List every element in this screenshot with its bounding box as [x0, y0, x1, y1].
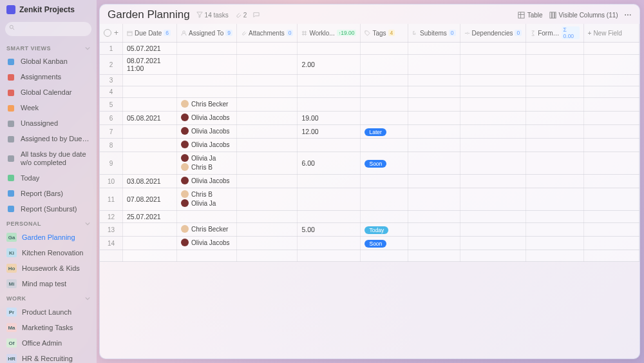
cell-new[interactable] — [583, 139, 639, 152]
cell-workload[interactable]: 5.00 — [298, 223, 361, 237]
col-subitems[interactable]: Subitems0 — [408, 24, 460, 43]
cell-dependencies[interactable] — [460, 43, 526, 55]
cell-workload[interactable] — [298, 237, 361, 250]
cell-subitems[interactable] — [408, 86, 460, 98]
smart-view-item[interactable]: Report (Sunburst) — [0, 201, 97, 217]
cell-tags[interactable] — [361, 112, 408, 125]
smart-view-item[interactable]: Report (Bars) — [0, 186, 97, 201]
work-header[interactable]: WORK — [0, 291, 97, 304]
cell-attachments[interactable] — [237, 112, 298, 125]
cell-duedate[interactable]: 05.07.2021 — [123, 43, 177, 55]
cell-workload[interactable] — [298, 98, 361, 112]
assignee-chip[interactable]: Olivia Jacobs — [181, 239, 229, 246]
view-switch-table[interactable]: Table — [518, 12, 543, 19]
cell-workload[interactable] — [298, 43, 361, 55]
project-item[interactable]: KiKitchen Renovation — [0, 245, 97, 260]
smart-view-item[interactable]: Global Calendar — [0, 85, 97, 101]
cell-subitems[interactable] — [408, 188, 460, 211]
cell-subitems[interactable] — [408, 237, 460, 250]
cell-new[interactable] — [583, 125, 639, 139]
cell-tags[interactable] — [361, 188, 408, 211]
tag-pill[interactable]: Soon — [365, 160, 386, 168]
cell-tags[interactable] — [361, 175, 408, 188]
cell-formula[interactable] — [526, 125, 583, 139]
cell-new[interactable] — [583, 211, 639, 223]
add-row-icon[interactable]: + — [114, 28, 118, 37]
cell-dependencies[interactable] — [460, 175, 526, 188]
cell-duedate[interactable] — [123, 75, 177, 86]
cell-workload[interactable] — [298, 175, 361, 188]
cell-attachments[interactable] — [237, 152, 298, 175]
table-row[interactable]: 11 07.08.2021 Chris B Olivia Ja — [100, 188, 639, 211]
smart-view-item[interactable]: Unassigned — [0, 116, 97, 132]
table-row[interactable]: 13 Chris Becker 5.00 Today — [100, 223, 639, 237]
assignee-chip[interactable]: Chris B — [181, 163, 213, 171]
cell-formula[interactable] — [526, 188, 583, 211]
cell-formula[interactable] — [526, 237, 583, 250]
cell-dependencies[interactable] — [460, 237, 526, 250]
search-input[interactable] — [5, 22, 91, 36]
cell-duedate[interactable] — [123, 237, 177, 250]
cell-new[interactable] — [583, 55, 639, 75]
cell-assigned[interactable]: Chris Becker — [177, 98, 237, 112]
cell-formula[interactable] — [526, 86, 583, 98]
table-row[interactable]: 12 25.07.2021 — [100, 211, 639, 223]
col-formula[interactable]: FormulaΣ 0.00 — [526, 24, 583, 43]
col-workload[interactable]: Worklo...↑19.00 — [298, 24, 361, 43]
cell-assigned[interactable]: Olivia Jacobs — [177, 237, 237, 250]
cell-subitems[interactable] — [408, 152, 460, 175]
cell-formula[interactable] — [526, 98, 583, 112]
cell-tags[interactable]: Later — [361, 125, 408, 139]
cell-subitems[interactable] — [408, 75, 460, 86]
col-dependencies[interactable]: Dependencies0 — [460, 24, 526, 43]
cell-formula[interactable] — [526, 223, 583, 237]
cell-new[interactable] — [583, 175, 639, 188]
cell-assigned[interactable]: Olivia Jacobs — [177, 175, 237, 188]
cell-assigned[interactable] — [177, 86, 237, 98]
cell-dependencies[interactable] — [460, 112, 526, 125]
personal-header[interactable]: PERSONAL — [0, 217, 97, 230]
cell-subitems[interactable] — [408, 175, 460, 188]
cell-duedate[interactable] — [123, 86, 177, 98]
cell-duedate[interactable] — [123, 125, 177, 139]
cell-attachments[interactable] — [237, 75, 298, 86]
cell-tags[interactable] — [361, 75, 408, 86]
col-tags[interactable]: Tags4 — [361, 24, 408, 43]
cell-assigned[interactable]: Olivia Jacobs — [177, 125, 237, 139]
cell-subitems[interactable] — [408, 139, 460, 152]
cell-subitems[interactable] — [408, 223, 460, 237]
table-row[interactable]: 3 — [100, 75, 639, 86]
tag-pill[interactable]: Today — [365, 226, 388, 234]
cell-tags[interactable] — [361, 98, 408, 112]
cell-formula[interactable] — [526, 211, 583, 223]
cell-subitems[interactable] — [408, 55, 460, 75]
assignee-chip[interactable]: Olivia Jacobs — [181, 177, 229, 184]
cell-subitems[interactable] — [408, 211, 460, 223]
cell-duedate[interactable] — [123, 152, 177, 175]
cell-dependencies[interactable] — [460, 211, 526, 223]
smart-view-item[interactable]: Today — [0, 170, 97, 186]
cell-attachments[interactable] — [237, 139, 298, 152]
cell-dependencies[interactable] — [460, 223, 526, 237]
cell-formula[interactable] — [526, 43, 583, 55]
smart-view-item[interactable]: Global Kanban — [0, 54, 97, 70]
cell-attachments[interactable] — [237, 43, 298, 55]
select-all-icon[interactable] — [104, 29, 111, 37]
cell-assigned[interactable] — [177, 211, 237, 223]
col-duedate[interactable]: Due Date6 — [123, 24, 177, 43]
table-row[interactable]: 2 08.07.2021 11:00 2.00 — [100, 55, 639, 75]
assignee-chip[interactable]: Chris Becker — [181, 100, 228, 108]
table-row[interactable]: 1 05.07.2021 — [100, 43, 639, 55]
project-item[interactable]: MiMind map test — [0, 276, 97, 291]
cell-workload[interactable]: 12.00 — [298, 125, 361, 139]
assignee-chip[interactable]: Olivia Jacobs — [181, 141, 229, 148]
cell-assigned[interactable]: Olivia Ja Chris B — [177, 152, 237, 175]
cell-tags[interactable]: Soon — [361, 152, 408, 175]
smart-view-item[interactable]: All tasks by due date w/o completed — [0, 147, 97, 170]
table-row[interactable]: 14 Olivia Jacobs Soon — [100, 237, 639, 250]
table-wrap[interactable]: + Due Date6 Assigned To9 Attachments0 Wo… — [100, 24, 639, 358]
assignee-chip[interactable]: Olivia Ja — [181, 199, 216, 207]
cell-tags[interactable] — [361, 139, 408, 152]
app-logo[interactable]: Zenkit Projects — [0, 0, 97, 19]
cell-assigned[interactable]: Olivia Jacobs — [177, 139, 237, 152]
